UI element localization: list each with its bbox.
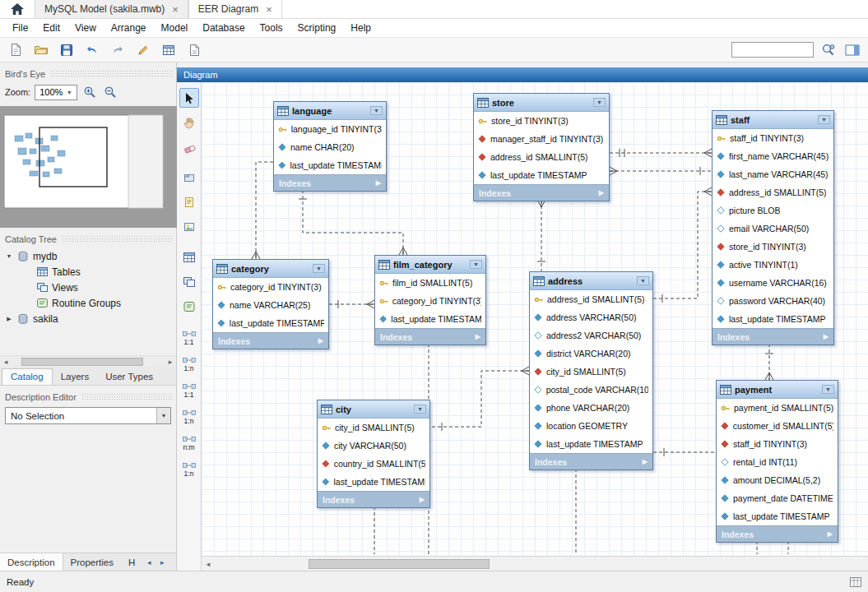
zoom-level-select[interactable]: 100% ▾ bbox=[35, 85, 77, 100]
table-collapse-icon[interactable]: ▼ bbox=[818, 115, 830, 124]
scrollbar-thumb[interactable] bbox=[21, 358, 143, 366]
search-input[interactable] bbox=[731, 42, 814, 58]
expand-indexes-icon[interactable]: ▶ bbox=[824, 333, 829, 340]
zoom-out-icon[interactable] bbox=[102, 84, 118, 100]
column-row[interactable]: language_id TINYINT(3) bbox=[274, 120, 386, 138]
table-store[interactable]: store▼store_id TINYINT(3)manager_staff_i… bbox=[473, 93, 610, 201]
column-row[interactable]: country_id SMALLINT(5) bbox=[318, 455, 429, 473]
edit-button[interactable] bbox=[134, 41, 152, 59]
column-row[interactable]: city_id SMALLINT(5) bbox=[318, 419, 429, 437]
search-options-icon[interactable] bbox=[819, 41, 838, 59]
table-collapse-icon[interactable]: ▼ bbox=[470, 260, 482, 269]
column-row[interactable]: payment_date DATETIME bbox=[717, 489, 838, 507]
save-button[interactable] bbox=[58, 41, 76, 59]
tool-new-view-button[interactable] bbox=[179, 272, 199, 292]
column-row[interactable]: name CHAR(20) bbox=[274, 138, 386, 156]
tree-item-views[interactable]: Views bbox=[0, 280, 176, 295]
table-collapse-icon[interactable]: ▼ bbox=[370, 106, 383, 115]
document-tab-1[interactable]: MySQL Model (sakila.mwb)× bbox=[35, 0, 188, 18]
column-row[interactable]: last_name VARCHAR(45) bbox=[713, 165, 833, 183]
tab-properties[interactable]: Properties bbox=[63, 553, 121, 571]
grid-button[interactable] bbox=[160, 41, 178, 59]
column-row[interactable]: last_update TIMESTAMP bbox=[213, 314, 328, 332]
table-header[interactable]: language▼ bbox=[274, 102, 386, 120]
tool-note-button[interactable] bbox=[179, 192, 199, 212]
column-row[interactable]: last_update TIMESTAMP bbox=[530, 435, 652, 453]
tab-scroll-right-icon[interactable]: ▸ bbox=[155, 553, 169, 571]
close-icon[interactable]: × bbox=[172, 4, 179, 15]
column-row[interactable]: last_update TIMESTAMP bbox=[713, 310, 833, 328]
column-row[interactable]: postal_code VARCHAR(10) bbox=[530, 381, 652, 399]
expander-icon[interactable]: ▼ bbox=[5, 253, 13, 259]
redo-button[interactable] bbox=[109, 41, 127, 59]
table-address[interactable]: address▼address_id SMALLINT(5)address VA… bbox=[529, 271, 653, 470]
table-header[interactable]: payment▼ bbox=[717, 381, 838, 399]
tool-relationship-1-n-button[interactable]: 1:n bbox=[178, 354, 201, 375]
table-payment[interactable]: payment▼payment_id SMALLINT(5)customer_i… bbox=[716, 380, 838, 543]
tab-description[interactable]: Description bbox=[0, 553, 63, 571]
table-collapse-icon[interactable]: ▼ bbox=[822, 385, 834, 394]
table-header[interactable]: address▼ bbox=[530, 272, 652, 290]
indexes-bar[interactable]: Indexes▶ bbox=[213, 332, 328, 349]
tool-relationship-n-m-button[interactable]: n:m bbox=[178, 432, 201, 454]
page-button[interactable] bbox=[185, 41, 203, 59]
expand-indexes-icon[interactable]: ▶ bbox=[599, 189, 604, 197]
indexes-bar[interactable]: Indexes▶ bbox=[274, 174, 386, 191]
tab-layers[interactable]: Layers bbox=[53, 369, 98, 385]
scroll-left-icon[interactable]: ◂ bbox=[202, 560, 215, 568]
column-row[interactable]: store_id TINYINT(3) bbox=[713, 238, 833, 256]
column-row[interactable]: phone VARCHAR(20) bbox=[530, 399, 652, 417]
tab-h[interactable]: H bbox=[121, 553, 142, 571]
menu-tools[interactable]: Tools bbox=[253, 20, 290, 36]
column-row[interactable]: address_id SMALLINT(5) bbox=[713, 183, 833, 201]
table-staff[interactable]: staff▼staff_id TINYINT(3)first_name VARC… bbox=[712, 110, 834, 345]
expand-indexes-icon[interactable]: ▶ bbox=[643, 458, 648, 465]
indexes-bar[interactable]: Indexes▶ bbox=[318, 491, 429, 507]
column-row[interactable]: city VARCHAR(50) bbox=[318, 437, 429, 455]
tool-eraser-button[interactable] bbox=[179, 137, 199, 157]
tool-hand-button[interactable] bbox=[179, 113, 199, 132]
table-film_category[interactable]: film_category▼film_id SMALLINT(5)categor… bbox=[374, 255, 486, 345]
tree-item-routine-groups[interactable]: Routine Groups bbox=[0, 295, 176, 311]
column-row[interactable]: staff_id TINYINT(3) bbox=[717, 435, 838, 453]
table-header[interactable]: city▼ bbox=[318, 400, 429, 419]
table-collapse-icon[interactable]: ▼ bbox=[637, 276, 649, 285]
column-row[interactable]: category_id TINYINT(3) bbox=[213, 278, 328, 296]
tool-relationship-1-1-button[interactable]: 1:1 bbox=[178, 380, 201, 401]
tool-relationship-1-n-button[interactable]: 1:n bbox=[178, 459, 201, 480]
tree-item-sakila[interactable]: ▶sakila bbox=[0, 311, 176, 326]
indexes-bar[interactable]: Indexes▶ bbox=[713, 328, 833, 345]
tool-layer-button[interactable] bbox=[179, 168, 199, 187]
new-document-button[interactable] bbox=[7, 41, 25, 59]
menu-database[interactable]: Database bbox=[195, 20, 252, 36]
column-row[interactable]: city_id SMALLINT(5) bbox=[530, 363, 652, 381]
table-header[interactable]: film_category▼ bbox=[375, 256, 485, 274]
tree-item-mydb[interactable]: ▼mydb bbox=[0, 248, 176, 264]
column-row[interactable]: payment_id SMALLINT(5) bbox=[717, 399, 838, 417]
tool-image-button[interactable] bbox=[179, 217, 199, 237]
table-header[interactable]: store▼ bbox=[474, 94, 609, 112]
home-tab-button[interactable] bbox=[0, 0, 35, 18]
column-row[interactable]: address_id SMALLINT(5) bbox=[530, 290, 652, 308]
scroll-left-icon[interactable]: ◂ bbox=[0, 358, 12, 366]
column-row[interactable]: address2 VARCHAR(50) bbox=[530, 326, 652, 345]
column-row[interactable]: last_update TIMESTAMP bbox=[375, 310, 485, 328]
indexes-bar[interactable]: Indexes▶ bbox=[474, 184, 609, 201]
column-row[interactable]: store_id TINYINT(3) bbox=[474, 112, 609, 130]
column-row[interactable]: picture BLOB bbox=[713, 201, 833, 220]
menu-arrange[interactable]: Arrange bbox=[104, 20, 154, 36]
column-row[interactable]: last_update TIMESTAMP bbox=[717, 507, 838, 525]
tab-user-types[interactable]: User Types bbox=[97, 369, 161, 385]
menu-scripting[interactable]: Scripting bbox=[290, 20, 344, 36]
column-row[interactable]: password VARCHAR(40) bbox=[713, 292, 833, 310]
column-row[interactable]: username VARCHAR(16) bbox=[713, 274, 833, 292]
column-row[interactable]: address_id SMALLINT(5) bbox=[474, 148, 609, 166]
column-row[interactable]: name VARCHAR(25) bbox=[213, 296, 328, 314]
table-collapse-icon[interactable]: ▼ bbox=[593, 98, 606, 107]
scrollbar-thumb[interactable] bbox=[309, 559, 490, 569]
diagram-horizontal-scrollbar[interactable]: ◂ bbox=[202, 556, 868, 571]
menu-file[interactable]: File bbox=[5, 20, 35, 36]
column-row[interactable]: district VARCHAR(20) bbox=[530, 345, 652, 363]
column-row[interactable]: last_update TIMESTAMP bbox=[474, 166, 609, 184]
menu-model[interactable]: Model bbox=[154, 20, 196, 36]
